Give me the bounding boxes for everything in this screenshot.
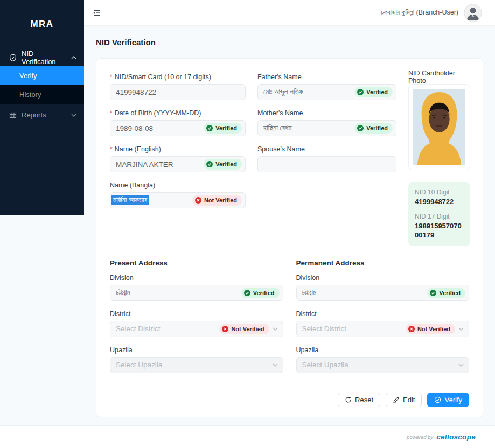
present-upazila-select[interactable]: Select Upazila xyxy=(110,357,283,373)
sidebar-column: MRA NID Verification Verify Histor xyxy=(0,0,84,425)
badge-label: Verified xyxy=(215,125,237,131)
permanent-upazila-select[interactable]: Select Upazila xyxy=(296,357,470,373)
form-column-right: NID Cardholder Photo xyxy=(408,73,470,246)
label-text: Mother's Name xyxy=(257,109,303,117)
nid-cardholder-photo xyxy=(408,84,470,170)
brand-logo: MRA xyxy=(0,0,84,48)
field-present-district: District Select District Not Verified xyxy=(110,310,283,337)
field-label: Father's Name xyxy=(257,73,396,81)
label-text: Father's Name xyxy=(257,73,302,81)
field-label: District xyxy=(110,310,283,318)
badge-label: Not Verified xyxy=(231,326,264,332)
select-placeholder: Select Upazila xyxy=(302,361,348,369)
form-column-left: * NID/Smart Card (10 or 17 digits) * Dat… xyxy=(110,73,246,246)
chevron-up-icon xyxy=(71,56,76,59)
check-circle-icon xyxy=(357,89,364,95)
field-label: * Date of Birth (YYYY-MM-DD) xyxy=(110,109,246,117)
field-label: Name (Bangla) xyxy=(110,181,246,190)
required-asterisk: * xyxy=(110,109,113,117)
sidebar-item-label: NID Verification xyxy=(22,50,66,66)
nid10-value: 4199948722 xyxy=(415,198,464,206)
present-address-section: Present Address Division চট্টগ্রাম Ve xyxy=(110,259,283,373)
sidebar-item-verify[interactable]: Verify xyxy=(0,66,84,85)
menu-fold-icon xyxy=(93,9,101,17)
refresh-icon xyxy=(345,396,352,403)
form-column-middle: Father's Name মোঃ আব্দুল লতিফ Verified xyxy=(257,73,396,246)
required-asterisk: * xyxy=(110,73,113,81)
verified-badge: Verified xyxy=(354,87,393,97)
sidebar-item-label: Reports xyxy=(22,111,66,119)
chevron-down-icon xyxy=(458,363,464,367)
nid17-value: 19891595707000179 xyxy=(415,222,464,240)
x-circle-icon xyxy=(408,326,415,332)
main-column: চকবাজার কুমিল্লা (Branch-User) xyxy=(84,0,495,425)
section-title: Permanent Address xyxy=(296,259,470,267)
input-value: চট্টগ্রাম xyxy=(116,289,130,297)
label-text: Name (Bangla) xyxy=(110,181,155,189)
input-value: 1989-08-08 xyxy=(116,124,153,132)
photo-label: NID Cardholder Photo xyxy=(408,73,470,81)
name-english-input[interactable]: MARJINA AKTER Verified xyxy=(110,156,246,172)
mother-name-input[interactable]: হাছিনা বেগম Verified xyxy=(257,120,396,136)
verified-badge: Verified xyxy=(204,123,242,134)
select-placeholder: Select District xyxy=(302,325,347,333)
user-avatar[interactable] xyxy=(464,4,482,22)
label-text: NID Cardholder Photo xyxy=(408,69,470,85)
nid-verification-card: * NID/Smart Card (10 or 17 digits) * Dat… xyxy=(96,58,483,417)
field-label: * Name (English) xyxy=(110,145,246,153)
present-division-input[interactable]: চট্টগ্রাম Verified xyxy=(110,285,283,301)
pencil-icon xyxy=(393,396,400,403)
dob-input[interactable]: 1989-08-08 Verified xyxy=(110,120,246,136)
badge-label: Verified xyxy=(253,290,275,296)
verify-button[interactable]: Verify xyxy=(427,393,469,407)
field-permanent-upazila: Upazila Select Upazila xyxy=(296,346,470,373)
label-text: District xyxy=(296,310,317,318)
sidebar-item-label: History xyxy=(19,90,41,99)
badge-label: Verified xyxy=(439,290,461,296)
sidebar-item-label: Verify xyxy=(19,72,37,80)
field-label: District xyxy=(296,310,470,318)
nid-input[interactable] xyxy=(110,84,246,100)
sidebar-item-nid-verification[interactable]: NID Verification xyxy=(0,48,84,66)
not-verified-badge: Not Verified xyxy=(192,195,242,206)
label-text: District xyxy=(110,310,130,318)
check-circle-icon xyxy=(430,290,436,296)
field-label: Division xyxy=(296,274,470,282)
label-text: Name (English) xyxy=(115,145,161,153)
spouse-name-input[interactable] xyxy=(257,156,396,172)
input-value: MARJINA AKTER xyxy=(116,160,173,169)
form-actions: Reset Edit Verify xyxy=(110,393,469,407)
check-circle-icon xyxy=(434,396,441,403)
present-district-select[interactable]: Select District Not Verified xyxy=(110,321,283,337)
app-page: MRA NID Verification Verify Histor xyxy=(0,0,495,448)
label-text: Upazila xyxy=(110,346,133,354)
sidebar-item-history[interactable]: History xyxy=(0,85,84,104)
name-bangla-input[interactable]: মর্জিনা আকতার Not Verified xyxy=(110,192,246,208)
table-icon xyxy=(9,111,17,119)
field-label: Upazila xyxy=(110,346,283,354)
nid17-label: NID 17 Digit xyxy=(415,213,464,220)
permanent-district-select[interactable]: Select District Not Verified xyxy=(296,321,470,337)
label-text: Division xyxy=(110,274,134,282)
field-permanent-division: Division চট্টগ্রাম Verified xyxy=(296,274,470,301)
content-area: NID Verification * NID/Smart Card (10 or… xyxy=(84,26,495,425)
permanent-address-section: Permanent Address Division চট্টগ্রাম xyxy=(296,259,470,373)
page-title: NID Verification xyxy=(96,38,483,47)
field-label: Mother's Name xyxy=(257,109,396,117)
label-text: Spouse's Name xyxy=(257,145,305,153)
field-present-upazila: Upazila Select Upazila xyxy=(110,346,283,373)
reset-button[interactable]: Reset xyxy=(338,393,380,407)
label-text: NID/Smart Card (10 or 17 digits) xyxy=(115,73,211,81)
father-name-input[interactable]: মোঃ আব্দুল লতিফ Verified xyxy=(257,84,396,100)
chevron-down-icon xyxy=(458,327,464,331)
celloscope-logo: celloscope xyxy=(436,433,476,441)
edit-button[interactable]: Edit xyxy=(386,393,422,407)
sidebar-item-reports[interactable]: Reports xyxy=(0,106,84,124)
permanent-division-input[interactable]: চট্টগ্রাম Verified xyxy=(296,285,470,301)
menu-fold-button[interactable] xyxy=(93,9,101,17)
input-value: হাছিনা বেগম xyxy=(263,124,291,132)
check-circle-icon xyxy=(357,125,364,131)
footer: powered by celloscope xyxy=(0,425,495,448)
x-circle-icon xyxy=(222,326,228,332)
button-label: Edit xyxy=(403,396,415,404)
